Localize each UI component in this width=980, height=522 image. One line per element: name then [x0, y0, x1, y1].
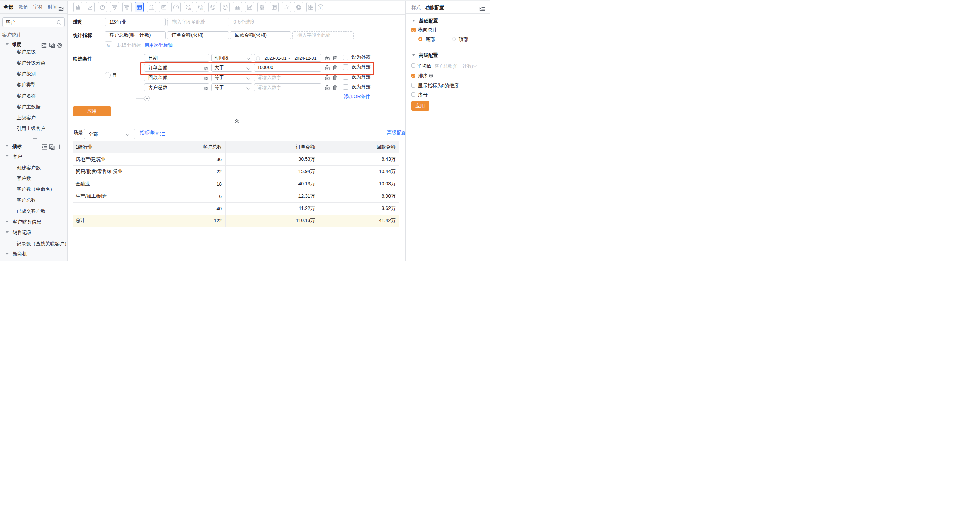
- svg-text:CN: CN: [188, 8, 191, 10]
- svg-text:CN: CN: [200, 8, 204, 10]
